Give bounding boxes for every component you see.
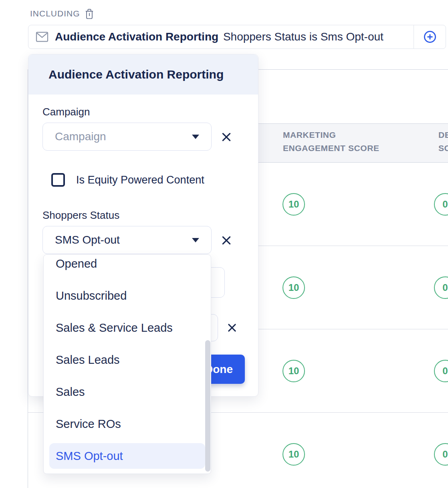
status-option[interactable]: Sales <box>44 376 211 408</box>
audience-filter-chip[interactable]: Audience Activation Reporting Shoppers S… <box>28 25 446 49</box>
including-header: INCLUDING <box>30 7 95 20</box>
equity-checkbox-label: Is Equity Powered Content <box>76 174 204 186</box>
campaign-label: Campaign <box>42 106 90 118</box>
badge-value: 0 <box>442 199 448 210</box>
badge-value: 10 <box>289 449 299 460</box>
status-option[interactable]: SMS Opt-out <box>44 440 211 472</box>
shoppers-status-options-list: Opened Unsubscribed Sales & Service Lead… <box>43 254 211 474</box>
marketing-engagement-score-badge: 10 <box>283 276 305 299</box>
badge-value: 0 <box>442 365 448 377</box>
status-option-label[interactable]: Sales <box>49 379 205 405</box>
deal-score-badge: 0 <box>434 443 448 466</box>
remove-filter-button[interactable] <box>226 322 239 335</box>
status-option[interactable]: Unsubscribed <box>44 280 211 312</box>
status-option-label[interactable]: Sales & Service Leads <box>49 315 205 341</box>
status-option[interactable]: Sales & Service Leads <box>44 312 211 344</box>
popover-header: Audience Activation Reporting <box>28 54 258 95</box>
chevron-down-icon <box>192 135 199 139</box>
options-container: Opened Unsubscribed Sales & Service Lead… <box>44 254 211 472</box>
badge-value: 10 <box>289 199 299 210</box>
including-label: INCLUDING <box>30 9 80 18</box>
status-option[interactable]: Sales Leads <box>44 344 211 376</box>
column-header-line: DEAL <box>438 128 448 141</box>
trash-icon[interactable] <box>84 8 95 19</box>
shoppers-status-select-value: SMS Opt-out <box>55 234 120 246</box>
shoppers-status-label: Shoppers Status <box>42 209 119 222</box>
column-header-line: MARKETING <box>283 128 379 141</box>
plus-circle-icon <box>423 30 437 44</box>
shoppers-status-select[interactable]: SMS Opt-out <box>42 226 212 254</box>
dropdown-scrollbar-thumb[interactable] <box>205 340 210 472</box>
deal-score-badge: 0 <box>434 193 448 216</box>
marketing-engagement-score-badge: 10 <box>283 360 305 382</box>
filter-chip-title: Audience Activation Reporting <box>55 30 222 43</box>
filter-chip-condition: Shoppers Status is Sms Opt-out <box>223 30 383 43</box>
status-option-label[interactable]: Unsubscribed <box>49 283 205 309</box>
status-option-label[interactable]: SMS Opt-out <box>49 443 205 469</box>
chevron-down-icon <box>192 238 199 242</box>
deal-score-badge: 0 <box>434 276 448 299</box>
filter-chip-text: Audience Activation Reporting Shoppers S… <box>55 30 383 43</box>
equity-checkbox-row: Is Equity Powered Content <box>51 173 204 187</box>
column-header-deal-score: DEAL SCORE <box>438 128 448 155</box>
filter-chip-main[interactable]: Audience Activation Reporting Shoppers S… <box>28 25 414 48</box>
envelope-icon <box>36 31 48 42</box>
marketing-engagement-score-badge: 10 <box>283 443 305 466</box>
remove-campaign-filter-button[interactable] <box>220 131 233 143</box>
campaign-select-value: Campaign <box>55 130 106 143</box>
campaign-select[interactable]: Campaign <box>42 123 212 151</box>
equity-checkbox[interactable] <box>51 173 65 187</box>
marketing-engagement-score-badge: 10 <box>283 193 305 216</box>
badge-value: 10 <box>289 365 299 377</box>
column-header-line: ENGAGEMENT SCORE <box>283 141 379 155</box>
status-option[interactable]: Opened <box>44 254 211 280</box>
badge-value: 0 <box>442 449 448 460</box>
deal-score-badge: 0 <box>434 360 448 382</box>
add-filter-button[interactable] <box>414 25 446 48</box>
status-option-label[interactable]: Service ROs <box>49 411 205 437</box>
popover-title: Audience Activation Reporting <box>48 68 224 81</box>
column-header-marketing-engagement-score: MARKETING ENGAGEMENT SCORE <box>283 128 379 155</box>
status-option[interactable]: Service ROs <box>44 408 211 440</box>
badge-value: 10 <box>289 282 299 293</box>
status-option-label[interactable]: Opened <box>49 254 205 276</box>
badge-value: 0 <box>442 282 448 293</box>
remove-shoppers-status-filter-button[interactable] <box>220 234 233 247</box>
column-header-line: SCORE <box>438 141 448 155</box>
status-option-label[interactable]: Sales Leads <box>49 347 205 373</box>
